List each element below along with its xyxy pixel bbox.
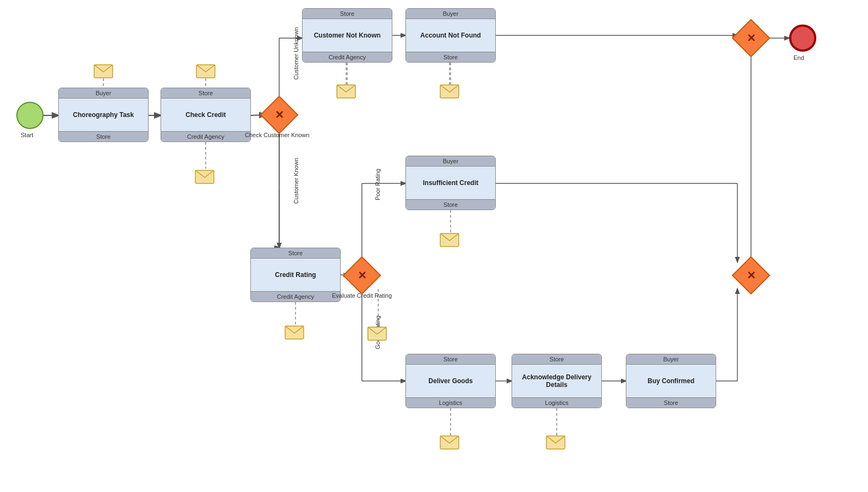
top-join-gateway[interactable]: ✕	[737, 24, 765, 52]
message-icon-4	[440, 233, 459, 247]
insufficient-credit-node[interactable]: Buyer Insufficient Credit Store	[405, 156, 496, 210]
message-icon-1	[195, 170, 214, 184]
customer-not-known-node[interactable]: Store Customer Not Known Credit Agency	[302, 8, 392, 63]
right-join-x-icon: ✕	[737, 262, 765, 289]
acknowledge-delivery-node[interactable]: Store Acknowledge Delivery Details Logis…	[512, 354, 602, 408]
choreography-footer: Store	[59, 131, 148, 142]
deliver-goods-node[interactable]: Store Deliver Goods Logistics	[405, 354, 496, 408]
acknowledge-body: Acknowledge Delivery Details	[512, 365, 601, 397]
message-icon-5	[285, 325, 304, 340]
credit-rating-footer: Credit Agency	[251, 291, 340, 302]
start-label: Start	[21, 132, 33, 138]
connections-svg	[0, 0, 868, 492]
customer-not-known-body: Customer Not Known	[303, 19, 392, 52]
insufficient-credit-body: Insufficient Credit	[406, 167, 495, 199]
dashed-lines-svg	[0, 0, 868, 492]
evaluate-credit-label: Evaluate Credit Rating	[332, 292, 392, 299]
bpmn-diagram: Start End Buyer Choreography Task Store …	[0, 0, 868, 492]
check-customer-known-gateway[interactable]: ✕	[266, 101, 293, 128]
customer-not-known-footer: Credit Agency	[303, 52, 392, 62]
evaluate-credit-gateway[interactable]: ✕	[348, 262, 375, 289]
credit-rating-node[interactable]: Store Credit Rating Credit Agency	[250, 248, 341, 302]
end-label: End	[793, 54, 804, 61]
check-credit-body: Check Credit	[161, 99, 250, 131]
deliver-goods-footer: Logistics	[406, 397, 495, 408]
deliver-goods-body: Deliver Goods	[406, 365, 495, 397]
check-credit-footer: Credit Agency	[161, 131, 250, 142]
check-customer-known-label: Check Customer Known	[245, 132, 310, 138]
acknowledge-header: Store	[512, 354, 601, 365]
buy-confirmed-node[interactable]: Buyer Buy Confirmed Store	[626, 354, 716, 408]
check-credit-node[interactable]: Store Check Credit Credit Agency	[161, 88, 251, 142]
message-icon-8	[546, 435, 565, 450]
buy-confirmed-footer: Store	[626, 397, 716, 408]
buy-confirmed-header: Buyer	[626, 354, 716, 365]
buy-confirmed-body: Buy Confirmed	[626, 365, 716, 397]
customer-known-label: Customer Known	[293, 158, 299, 204]
end-event	[789, 24, 816, 52]
message-icon-checkcredit-top	[196, 64, 216, 78]
account-not-found-node[interactable]: Buyer Account Not Found Store	[405, 8, 496, 63]
deliver-goods-header: Store	[406, 354, 495, 365]
right-join-gateway[interactable]: ✕	[737, 262, 765, 289]
credit-rating-header: Store	[251, 248, 340, 259]
message-icon-choreo-top	[94, 64, 113, 78]
message-icon-2	[336, 84, 356, 99]
poor-rating-label: Poor Rating	[374, 169, 381, 200]
insufficient-credit-header: Buyer	[406, 156, 495, 167]
credit-rating-body: Credit Rating	[251, 259, 340, 291]
top-join-x-icon: ✕	[737, 24, 765, 52]
insufficient-credit-footer: Store	[406, 199, 495, 210]
gateway-x-icon: ✕	[266, 101, 293, 128]
choreography-body: Choreography Task	[59, 99, 148, 131]
acknowledge-footer: Logistics	[512, 397, 601, 408]
check-credit-header: Store	[161, 88, 250, 99]
customer-not-known-header: Store	[303, 9, 392, 19]
message-icon-6	[367, 327, 387, 341]
start-event	[16, 102, 44, 129]
choreography-task-node[interactable]: Buyer Choreography Task Store	[58, 88, 149, 142]
customer-unknown-label: Customer Unknown	[293, 27, 299, 80]
account-not-found-footer: Store	[406, 52, 495, 62]
message-icon-7	[440, 435, 459, 450]
account-not-found-body: Account Not Found	[406, 19, 495, 52]
account-not-found-header: Buyer	[406, 9, 495, 19]
message-icon-3	[440, 84, 459, 99]
choreography-header: Buyer	[59, 88, 148, 99]
evaluate-gateway-x-icon: ✕	[348, 262, 375, 289]
